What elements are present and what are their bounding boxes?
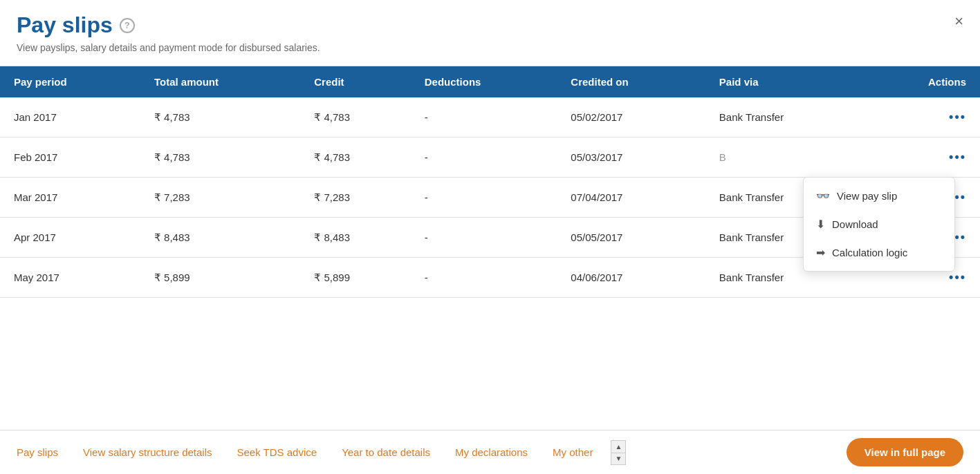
cell-3: - — [411, 138, 557, 178]
cell-4: 07/04/2017 — [557, 178, 705, 218]
cell-2: ₹ 7,283 — [300, 178, 410, 218]
cell-0: May 2017 — [0, 258, 140, 298]
cell-0: Apr 2017 — [0, 218, 140, 258]
col-paid-via: Paid via — [705, 66, 866, 97]
dropdown-view-payslip[interactable]: 👓 View pay slip — [804, 182, 954, 210]
cell-3: - — [411, 97, 557, 138]
cell-3: - — [411, 258, 557, 298]
cell-2: ₹ 5,899 — [300, 258, 410, 298]
table-header-row: Pay period Total amount Credit Deduction… — [0, 66, 980, 97]
cell-0: Feb 2017 — [0, 138, 140, 178]
col-deductions: Deductions — [411, 66, 557, 97]
scroll-controls: ▲ ▼ — [611, 440, 626, 465]
view-payslip-icon: 👓 — [816, 189, 830, 202]
cell-actions: ••• — [866, 138, 980, 178]
dropdown-download[interactable]: ⬇ Download — [804, 210, 954, 238]
nav-year-to-date[interactable]: Year to date details — [329, 446, 443, 458]
cell-actions: ••• — [866, 97, 980, 138]
cell-1: ₹ 7,283 — [140, 178, 300, 218]
view-full-page-button[interactable]: View in full page — [847, 438, 963, 466]
close-icon[interactable]: × — [954, 12, 963, 30]
cell-5: Bank Transfer — [705, 97, 866, 138]
dropdown-calculation-logic[interactable]: ➡ Calculation logic — [804, 238, 954, 267]
table-row: Jan 2017₹ 4,783₹ 4,783-05/02/2017Bank Tr… — [0, 97, 980, 138]
scroll-up-arrow[interactable]: ▲ — [611, 440, 626, 453]
col-actions: Actions — [866, 66, 980, 97]
cell-1: ₹ 5,899 — [140, 258, 300, 298]
actions-dropdown: 👓 View pay slip ⬇ Download ➡ Calculation… — [803, 177, 955, 272]
subtitle: View payslips, salary details and paymen… — [17, 42, 963, 53]
actions-dots-button[interactable]: ••• — [949, 110, 966, 124]
nav-my-declarations[interactable]: My declarations — [443, 446, 540, 458]
cell-1: ₹ 4,783 — [140, 138, 300, 178]
actions-dots-button[interactable]: ••• — [949, 150, 966, 164]
cell-3: - — [411, 178, 557, 218]
download-icon: ⬇ — [816, 218, 825, 231]
cell-3: - — [411, 218, 557, 258]
nav-pay-slips[interactable]: Pay slips — [17, 446, 71, 458]
scroll-down-arrow[interactable]: ▼ — [611, 453, 626, 465]
table-row: Feb 2017₹ 4,783₹ 4,783-05/03/2017B••• — [0, 138, 980, 178]
nav-seek-tds-advice[interactable]: Seek TDS advice — [225, 446, 330, 458]
cell-4: 05/03/2017 — [557, 138, 705, 178]
header: Pay slips ? View payslips, salary detail… — [0, 0, 980, 60]
help-icon[interactable]: ? — [120, 18, 135, 33]
col-credited-on: Credited on — [557, 66, 705, 97]
actions-dots-button[interactable]: ••• — [949, 270, 966, 285]
cell-2: ₹ 8,483 — [300, 218, 410, 258]
col-pay-period: Pay period — [0, 66, 140, 97]
title-row: Pay slips ? — [17, 12, 963, 38]
dropdown-download-label: Download — [832, 218, 878, 230]
nav-my-other[interactable]: My other — [540, 446, 605, 458]
cell-0: Mar 2017 — [0, 178, 140, 218]
calculation-logic-icon: ➡ — [816, 246, 825, 259]
cell-4: 04/06/2017 — [557, 258, 705, 298]
cell-4: 05/02/2017 — [557, 97, 705, 138]
cell-1: ₹ 8,483 — [140, 218, 300, 258]
dropdown-view-payslip-label: View pay slip — [837, 190, 897, 202]
cell-2: ₹ 4,783 — [300, 138, 410, 178]
cell-1: ₹ 4,783 — [140, 97, 300, 138]
col-total-amount: Total amount — [140, 66, 300, 97]
cell-2: ₹ 4,783 — [300, 97, 410, 138]
cell-5: B — [705, 138, 866, 178]
cell-4: 05/05/2017 — [557, 218, 705, 258]
dropdown-calculation-logic-label: Calculation logic — [832, 247, 907, 258]
nav-view-salary-structure[interactable]: View salary structure details — [71, 446, 224, 458]
col-credit: Credit — [300, 66, 410, 97]
cell-0: Jan 2017 — [0, 97, 140, 138]
main-container: Pay slips ? View payslips, salary detail… — [0, 0, 980, 474]
bottom-nav: Pay slips View salary structure details … — [0, 430, 980, 474]
page-title: Pay slips — [17, 12, 113, 38]
